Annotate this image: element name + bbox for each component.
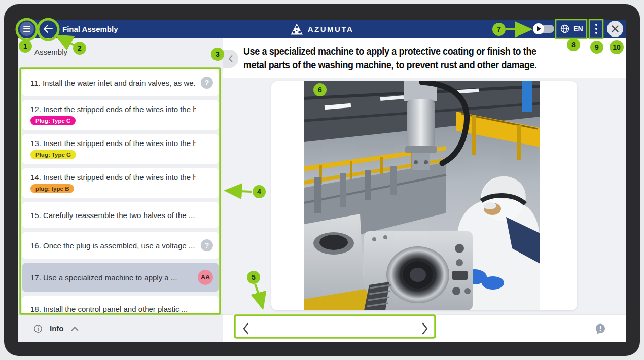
back-button[interactable]: [41, 22, 55, 36]
chevron-left-icon: [241, 322, 251, 335]
main-panel: Use a specialized machine to apply a pro…: [223, 38, 626, 342]
info-label: Info: [50, 324, 64, 333]
plug-type-badge: plug: type B: [30, 184, 74, 193]
step-list[interactable]: 11. Install the water inlet and drain va…: [22, 69, 219, 314]
help-icon[interactable]: ?: [201, 239, 213, 251]
step-media-card: [271, 81, 577, 310]
step-item-14[interactable]: 14. Insert the stripped ends of the wire…: [22, 168, 219, 198]
autoplay-toggle[interactable]: [533, 23, 554, 34]
previous-step-button[interactable]: [238, 320, 254, 337]
step-item-12[interactable]: 12. Insert the stripped ends of the wire…: [22, 100, 219, 130]
play-icon: [533, 23, 544, 34]
step-item-18[interactable]: 18. Install the control panel and other …: [22, 296, 219, 314]
close-button[interactable]: [607, 21, 623, 37]
step-navigation-bar: [223, 314, 626, 342]
help-icon[interactable]: ?: [201, 77, 213, 89]
brand-name: AZUMUTA: [308, 25, 354, 33]
step-item-15[interactable]: 15. Carefully reassemble the two halves …: [22, 202, 219, 228]
factory-photo-illustration: [304, 81, 540, 310]
back-arrow-icon: [42, 23, 54, 35]
steps-sidebar: Assembly 11. Install the water inlet and…: [18, 38, 223, 342]
app-window: Final Assembly AZUMUTA: [18, 20, 626, 342]
kebab-icon: [595, 23, 598, 34]
next-step-button[interactable]: [417, 320, 433, 337]
plug-type-badge: Plug: Type C: [30, 116, 76, 125]
chevron-up-icon: [70, 326, 79, 332]
instruction-heading: Use a specialized machine to apply a pro…: [243, 45, 537, 72]
step-item-13[interactable]: 13. Insert the stripped ends of the wire…: [22, 134, 219, 164]
azumuta-logo-icon: [291, 23, 303, 35]
sidebar-header: Assembly: [18, 38, 223, 66]
plug-type-badge: Plug: Type G: [30, 150, 76, 159]
instruction-heading-bar: Use a specialized machine to apply a pro…: [223, 38, 626, 78]
topbar: Final Assembly AZUMUTA: [18, 20, 626, 38]
step-photo[interactable]: [304, 81, 540, 310]
step-item-11[interactable]: 11. Install the water inlet and drain va…: [22, 69, 219, 96]
step-item-17-selected[interactable]: 17. Use a specialized machine to apply a…: [22, 263, 219, 292]
hamburger-icon: [23, 26, 30, 27]
info-icon: [33, 323, 43, 334]
screenshot-page: Final Assembly AZUMUTA: [0, 0, 644, 360]
brand-logo: AZUMUTA: [291, 20, 354, 38]
language-label: EN: [573, 25, 583, 33]
more-options-button[interactable]: [590, 20, 603, 38]
alert-bubble-icon: [594, 322, 607, 336]
page-title: Final Assembly: [62, 20, 118, 38]
close-icon: [611, 25, 619, 33]
chevron-left-icon: [227, 54, 234, 63]
assignee-avatar: AA: [198, 270, 213, 285]
report-issue-button[interactable]: [592, 321, 609, 337]
language-button[interactable]: EN: [557, 20, 586, 38]
hamburger-menu-button[interactable]: [20, 22, 34, 36]
info-footer-toggle[interactable]: Info: [18, 314, 223, 342]
globe-icon: [560, 24, 570, 34]
step-item-16[interactable]: 16. Once the plug is assembled, use a vo…: [22, 232, 219, 259]
chevron-right-icon: [420, 322, 430, 335]
